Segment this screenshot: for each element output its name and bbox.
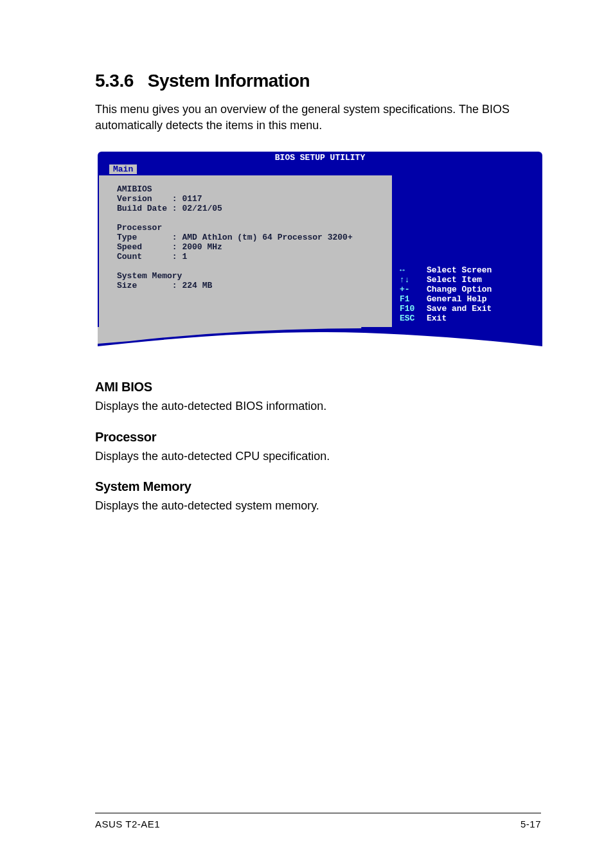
size-value: 224 MB [182,281,212,290]
bios-screenshot: BIOS SETUP UTILITY Main AMIBIOS Version … [98,152,542,349]
section-heading: 5.3.6System Information [95,71,542,91]
nav-label-item: Select Item [427,275,482,285]
processor-heading: Processor [95,430,542,445]
count-value: 1 [182,252,187,261]
speed-label: Speed : [117,242,177,252]
bios-help-panel: ↔Select Screen ↑↓Select Item +-Change Op… [392,175,541,328]
build-value: 02/21/05 [182,204,222,213]
type-label: Type : [117,233,177,242]
nav-key-esc: ESC [400,314,427,323]
nav-label-exit: Exit [427,314,447,323]
nav-key-pm: +- [400,285,427,294]
build-label: Build Date : [117,204,177,213]
size-label: Size : [117,281,177,290]
speed-value: 2000 MHz [182,242,222,252]
nav-key-f10: F10 [400,304,427,314]
bios-tab-main: Main [109,164,137,174]
version-value: 0117 [182,194,202,204]
ami-bios-heading: AMI BIOS [95,380,542,394]
amibios-header: AMIBIOS [117,184,152,194]
nav-label-change: Change Option [427,285,492,294]
nav-key-f1: F1 [400,294,427,304]
intro-paragraph: This menu gives you an overview of the g… [95,102,542,134]
page-content: 5.3.6System Information This menu gives … [0,0,613,513]
nav-key-ud: ↑↓ [400,275,427,285]
mem-header: System Memory [117,271,182,281]
memory-text: Displays the auto-detected system memory… [95,498,542,513]
count-label: Count : [117,252,177,261]
section-number: 5.3.6 [95,71,134,91]
nav-label-help: General Help [427,294,487,304]
processor-header: Processor [117,223,162,233]
processor-text: Displays the auto-detected CPU specifica… [95,448,542,464]
section-title-text: System Information [148,71,310,91]
bios-title-bar: BIOS SETUP UTILITY [98,152,542,163]
ami-bios-text: Displays the auto-detected BIOS informat… [95,398,542,414]
nav-label-save: Save and Exit [427,304,492,314]
version-label: Version : [117,194,177,204]
nav-label-screen: Select Screen [427,265,492,275]
type-value: AMD Athlon (tm) 64 Processor 3200+ [182,233,352,242]
nav-key-lr: ↔ [400,265,427,275]
bios-bottom-curve [98,327,542,349]
bios-body: AMIBIOS Version : 0117 Build Date : 02/2… [98,175,542,328]
bios-main-panel: AMIBIOS Version : 0117 Build Date : 02/2… [99,175,392,328]
bios-tabs-row: Main [98,163,542,175]
memory-heading: System Memory [95,479,542,494]
